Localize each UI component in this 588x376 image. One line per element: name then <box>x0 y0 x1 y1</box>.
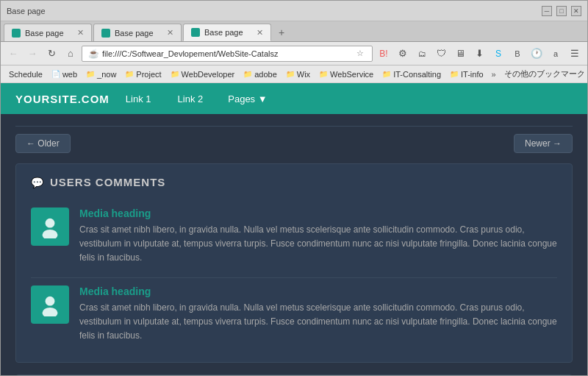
pagination-row: ← Older Newer → <box>15 134 573 153</box>
avatar-2 <box>31 285 69 324</box>
page-content: ← Older Newer → 💬 USERS COMMENTS <box>1 114 587 375</box>
comments-title: 💬 USERS COMMENTS <box>31 176 557 188</box>
user-avatar-icon-2 <box>38 293 62 316</box>
nav-bar: ← → ↻ ⌂ ☕ file:///C:/Softwear_Devlopemen… <box>1 42 587 65</box>
site-nav-link2[interactable]: Link 2 <box>168 89 214 109</box>
shield-button[interactable]: 🛡 <box>433 46 449 62</box>
tab-2[interactable]: Base page ✕ <box>93 24 182 41</box>
bookmark-wix-icon: 📁 <box>286 70 295 78</box>
site-nav-pages-label: Pages ▼ <box>228 93 267 104</box>
tab-1[interactable]: Base page ✕ <box>4 24 92 41</box>
tab-favicon-1 <box>12 29 21 38</box>
bookmark-schedule[interactable]: Schedule <box>5 68 46 80</box>
bookmark-now-label: _now <box>97 70 116 79</box>
bookmark-itconsalting-label: IT-Consalting <box>393 70 441 79</box>
svg-point-3 <box>43 308 58 316</box>
tab-favicon-3 <box>191 28 200 37</box>
tab-bar: Base page ✕ Base page ✕ Base page ✕ + <box>1 21 587 42</box>
bookmark-webservice-icon: 📁 <box>319 70 328 78</box>
bookmark-button[interactable]: B <box>509 46 526 62</box>
bookmark-now-icon: 📁 <box>86 70 95 78</box>
tab-3[interactable]: Base page ✕ <box>183 24 271 41</box>
bookmark-webservice[interactable]: 📁 WebService <box>315 68 377 80</box>
older-button[interactable]: ← Older <box>15 134 71 153</box>
maximize-button[interactable]: □ <box>556 6 567 16</box>
bookmark-web-label: web <box>62 70 77 79</box>
menu-button[interactable]: ☰ <box>567 46 583 62</box>
bookmark-itinfo-label: IT-info <box>461 70 484 79</box>
comments-section: 💬 USERS COMMENTS Media heading Cras sit … <box>15 163 573 363</box>
top-separator <box>15 126 573 127</box>
bookmark-itconsalting[interactable]: 📁 IT-Consalting <box>379 68 445 80</box>
download-button[interactable]: ⬇ <box>471 46 487 62</box>
bookmark-schedule-label: Schedule <box>9 70 43 79</box>
browser-window: Base page ─ □ ✕ Base page ✕ Base page ✕ … <box>0 0 588 376</box>
bookmark-project[interactable]: 📁 Project <box>121 68 165 80</box>
tab-title-3: Base page <box>204 28 252 37</box>
comment-text-2: Cras sit amet nibh libero, in gravida nu… <box>79 301 557 344</box>
site-nav-link1[interactable]: Link 1 <box>115 89 162 109</box>
tab-favicon-2 <box>101 29 110 38</box>
tab-title-2: Base page <box>115 29 162 38</box>
bookmark-wix-label: Wix <box>297 70 310 79</box>
bookmark-project-label: Project <box>136 70 161 79</box>
refresh-button[interactable]: ↻ <box>43 46 60 62</box>
comment-bubble-icon: 💬 <box>31 177 44 188</box>
bookmark-wix[interactable]: 📁 Wix <box>282 68 314 80</box>
home-button[interactable]: ⌂ <box>62 46 79 62</box>
bookmark-adobe-label: adobe <box>254 70 277 79</box>
bookmark-itconsalting-icon: 📁 <box>382 70 391 78</box>
bookmark-adobe-icon: 📁 <box>243 70 252 78</box>
monitor-button[interactable]: 🖥 <box>452 46 468 62</box>
bookmark-web[interactable]: 📄 web <box>48 68 81 80</box>
address-lock-icon: ☕ <box>88 49 99 59</box>
window-controls: ─ □ ✕ <box>542 6 581 16</box>
clock-button[interactable]: 🕐 <box>528 46 545 62</box>
tab-close-1[interactable]: ✕ <box>77 28 84 38</box>
star-icon[interactable]: ☆ <box>354 48 366 60</box>
back-button[interactable]: ← <box>5 46 21 62</box>
forward-button[interactable]: → <box>24 46 40 62</box>
bookmark-other[interactable]: その他のブックマーク <box>501 67 587 81</box>
bookmark-now[interactable]: 📁 _now <box>82 68 120 80</box>
site-nav-pages[interactable]: Pages ▼ <box>219 89 276 109</box>
bookmark-web-icon: 📄 <box>51 70 60 78</box>
address-icons: ☆ <box>354 48 366 60</box>
bookmark-webdev-icon: 📁 <box>171 70 179 78</box>
site-content: YOURSITE.COM Link 1 Link 2 Pages ▼ ← Old… <box>1 83 587 375</box>
bookmark-adobe[interactable]: 📁 adobe <box>240 68 281 80</box>
comment-body-2: Media heading Cras sit amet nibh libero,… <box>79 285 557 344</box>
comment-body-1: Media heading Cras sit amet nibh libero,… <box>79 207 557 266</box>
bookmark-webdev[interactable]: 📁 WebDeveloper <box>167 68 239 80</box>
comment-item-1: Media heading Cras sit amet nibh libero,… <box>31 200 557 273</box>
comment-item-2: Media heading Cras sit amet nibh libero,… <box>31 277 557 351</box>
bookmark-itinfo[interactable]: 📁 IT-info <box>446 68 487 80</box>
extensions-button[interactable]: B! <box>376 46 392 62</box>
new-tab-button[interactable]: + <box>273 24 290 41</box>
tab-close-3[interactable]: ✕ <box>257 28 263 38</box>
bookmark-project-icon: 📁 <box>125 70 134 78</box>
bookmark-itinfo-icon: 📁 <box>450 70 459 78</box>
site-nav: YOURSITE.COM Link 1 Link 2 Pages ▼ <box>1 83 587 114</box>
bookmarks-bar: Schedule 📄 web 📁 _now 📁 Project 📁 WebDev… <box>1 65 587 83</box>
close-button[interactable]: ✕ <box>571 6 581 16</box>
svg-point-0 <box>46 219 55 228</box>
tab-close-2[interactable]: ✕ <box>167 28 173 38</box>
bookmark-other-label: その他のブックマーク <box>504 68 585 79</box>
site-brand: YOURSITE.COM <box>15 93 110 105</box>
minimize-button[interactable]: ─ <box>542 6 552 16</box>
comment-heading-1: Media heading <box>79 207 557 219</box>
post-comment-section: ✎ POST YOUR COMMENT <box>15 375 573 375</box>
newer-button[interactable]: Newer → <box>514 134 573 153</box>
bookmark-webdev-label: WebDeveloper <box>182 70 235 79</box>
bookmarks-overflow[interactable]: » <box>489 68 499 80</box>
skype-button[interactable]: S <box>490 46 506 62</box>
pocket-button[interactable]: 🗂 <box>414 46 430 62</box>
svg-point-1 <box>43 230 58 238</box>
amazon-button[interactable]: a <box>548 46 564 62</box>
address-bar[interactable]: ☕ file:///C:/Softwear_Devlopement/WebSit… <box>82 46 373 62</box>
settings-button[interactable]: ⚙ <box>395 46 411 62</box>
title-bar: Base page ─ □ ✕ <box>1 1 587 21</box>
tab-title-1: Base page <box>25 29 73 38</box>
comments-title-text: USERS COMMENTS <box>50 176 165 188</box>
